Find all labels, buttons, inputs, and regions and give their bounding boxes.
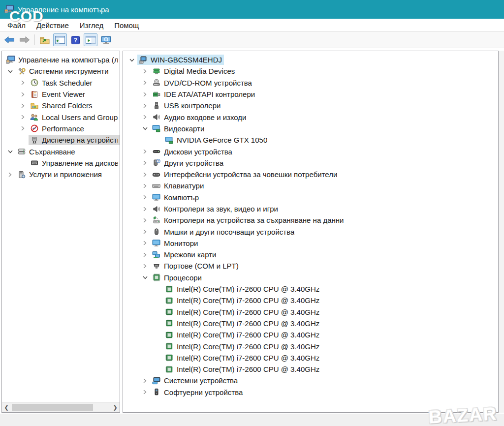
device-tree-item[interactable]: Intel(R) Core(TM) i7-2600 CPU @ 3.40GHz [123, 283, 498, 295]
device-tree-item[interactable]: Софтуерни устройства [123, 387, 498, 398]
chevron-right-icon[interactable] [141, 183, 151, 189]
item-content: Intel(R) Core(TM) i7-2600 CPU @ 3.40GHz [163, 318, 321, 329]
chevron-right-icon[interactable] [19, 114, 29, 120]
device-tree-item[interactable]: Intel(R) Core(TM) i7-2600 CPU @ 3.40GHz [123, 318, 498, 329]
device-tree-item[interactable]: Контролери на устройства за съхраняване … [123, 214, 498, 226]
forward-button[interactable] [18, 33, 32, 46]
chevron-down-icon[interactable] [141, 125, 151, 131]
device-tree-item[interactable]: NVIDIA GeForce GTX 1050 [123, 134, 498, 146]
chevron-right-icon[interactable] [141, 160, 151, 166]
sidebar-tree-item-label: Системни инструменти [29, 67, 109, 75]
software-devices-icon [152, 388, 161, 396]
device-tree-item[interactable]: DVD/CD-ROM устройства [123, 77, 498, 89]
device-tree-item[interactable]: Интерфейсни устройства за човешки потреб… [123, 169, 498, 180]
chevron-down-icon[interactable] [6, 149, 16, 154]
chevron-down-icon[interactable] [6, 68, 16, 74]
device-manager-icon [30, 136, 39, 144]
chevron-right-icon[interactable] [141, 194, 151, 200]
device-tree-item[interactable]: Аудио входове и изходи [123, 111, 498, 122]
device-tree-item[interactable]: Клавиатури [123, 180, 498, 191]
device-tree-item[interactable]: Видеокарти [123, 123, 498, 134]
sidebar-tree-item-label: Съхраняване [29, 148, 75, 156]
sidebar-tree-item[interactable]: Управление на компютъра (локален) [2, 54, 120, 65]
scroll-left-arrow-icon[interactable]: ❮ [2, 403, 11, 412]
sidebar-tree-item[interactable]: Event Viewer [2, 89, 120, 100]
menu-item[interactable]: Помощ [109, 20, 144, 31]
horizontal-scrollbar[interactable]: ❮ ❯ [2, 402, 120, 412]
scrollbar-thumb[interactable] [12, 404, 93, 411]
device-tree-item[interactable]: Intel(R) Core(TM) i7-2600 CPU @ 3.40GHz [123, 352, 498, 364]
item-content: Управление на дисковете [29, 158, 120, 168]
chevron-right-icon[interactable] [141, 206, 151, 212]
device-tree-item-label: Мрежови карти [164, 250, 216, 259]
device-tree-item[interactable]: USB контролери [123, 100, 498, 111]
chevron-right-icon[interactable] [141, 114, 151, 120]
item-content: Процесори [151, 273, 204, 283]
console-tree-toggle-button[interactable] [53, 33, 67, 46]
device-tree-item[interactable]: Контролери за звук, видео и игри [123, 203, 498, 214]
chevron-right-icon[interactable] [6, 172, 16, 178]
sidebar-tree-item[interactable]: Local Users and Groups [2, 111, 120, 122]
device-tree-item[interactable]: IDE ATA/ATAPI контролери [123, 89, 498, 100]
chevron-right-icon[interactable] [141, 68, 151, 74]
sidebar-tree-item[interactable]: Съхраняване [2, 146, 120, 157]
ide-controller-icon [152, 91, 161, 98]
chevron-right-icon[interactable] [141, 103, 151, 109]
sidebar-tree-item[interactable]: Shared Folders [2, 100, 120, 111]
chevron-right-icon[interactable] [141, 80, 151, 86]
device-tree-item[interactable]: WIN-GBC5SM4EHDJ [123, 54, 498, 65]
chevron-right-icon[interactable] [141, 91, 151, 97]
chevron-right-icon[interactable] [141, 389, 151, 395]
chevron-right-icon[interactable] [141, 172, 151, 178]
device-tree-item[interactable]: Портове (COM и LPT) [123, 260, 498, 272]
item-content: Аудио входове и изходи [151, 112, 248, 122]
device-tree-item[interactable]: Монитори [123, 238, 498, 249]
device-tree-item[interactable]: Intel(R) Core(TM) i7-2600 CPU @ 3.40GHz [123, 364, 498, 375]
sidebar-tree-item[interactable]: Task Scheduler [2, 77, 120, 89]
device-tree-item[interactable]: Мрежови карти [123, 249, 498, 260]
chevron-right-icon[interactable] [141, 378, 151, 384]
menu-item[interactable]: Изглед [74, 20, 109, 31]
chevron-down-icon[interactable] [141, 274, 151, 280]
device-tree-item[interactable]: ?Други устройства [123, 157, 498, 169]
chevron-right-icon[interactable] [19, 125, 29, 131]
chevron-right-icon[interactable] [141, 229, 151, 235]
chevron-down-icon[interactable] [127, 57, 137, 63]
device-tree-item[interactable]: Мишки и други посочващи устройства [123, 226, 498, 237]
device-tree-item[interactable]: Digital Media Devices [123, 65, 498, 77]
device-tree-item[interactable]: Процесори [123, 272, 498, 283]
export-list-button[interactable] [38, 33, 52, 46]
chevron-right-icon[interactable] [141, 252, 151, 258]
device-tree-item[interactable]: Компютър [123, 192, 498, 203]
chevron-right-icon[interactable] [19, 103, 29, 109]
sidebar-tree-item[interactable]: Performance [2, 123, 120, 134]
action-pane-toggle-button[interactable] [84, 33, 97, 46]
back-button[interactable] [2, 33, 16, 46]
item-content: Дискови устройства [151, 147, 234, 157]
device-tree-item[interactable]: Intel(R) Core(TM) i7-2600 CPU @ 3.40GHz [123, 340, 498, 352]
chevron-right-icon[interactable] [19, 91, 29, 97]
chevron-right-icon[interactable] [141, 263, 151, 269]
scroll-right-arrow-icon[interactable]: ❯ [111, 403, 120, 412]
device-tree-item[interactable]: Intel(R) Core(TM) i7-2600 CPU @ 3.40GHz [123, 295, 498, 306]
menu-item[interactable]: Файл [2, 20, 31, 31]
chevron-right-icon[interactable] [141, 240, 151, 246]
sidebar-tree-item[interactable]: Системни инструменти [2, 65, 120, 77]
chevron-right-icon[interactable] [141, 217, 151, 223]
device-tree-item[interactable]: Intel(R) Core(TM) i7-2600 CPU @ 3.40GHz [123, 306, 498, 318]
remote-computer-button[interactable] [99, 33, 113, 46]
device-tree-item[interactable]: Системни устройства [123, 375, 498, 386]
menu-item[interactable]: Действие [31, 20, 74, 31]
monitor-device-icon [152, 239, 161, 247]
device-tree-item[interactable]: Дискови устройства [123, 146, 498, 157]
help-button[interactable]: ? [68, 33, 82, 46]
device-tree-item-label: Дискови устройства [164, 148, 232, 156]
item-content: Системни инструменти [16, 66, 111, 76]
sidebar-tree-item[interactable]: Услуги и приложения [2, 169, 120, 180]
sidebar-tree-item[interactable]: Управление на дисковете [2, 157, 120, 169]
device-tree-item[interactable]: Intel(R) Core(TM) i7-2600 CPU @ 3.40GHz [123, 329, 498, 340]
chevron-right-icon[interactable] [19, 80, 29, 86]
sidebar-tree-item[interactable]: Диспечер на устройствата [2, 134, 120, 146]
usb-icon [152, 102, 161, 110]
chevron-right-icon[interactable] [141, 149, 151, 154]
